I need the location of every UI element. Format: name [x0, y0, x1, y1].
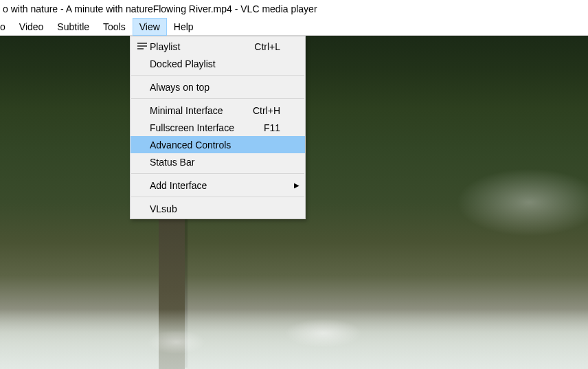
- menu-item-docked-playlist[interactable]: Docked Playlist: [131, 55, 305, 72]
- menu-tools[interactable]: Tools: [96, 18, 133, 36]
- menu-item-label: VLsub: [150, 203, 280, 214]
- menu-separator: [131, 98, 304, 99]
- menu-help[interactable]: Help: [167, 18, 201, 36]
- window-title: o with nature - A minute with natureFlow…: [0, 0, 588, 18]
- playlist-icon: [135, 43, 150, 50]
- menu-item-label: Playlist: [150, 41, 254, 52]
- menu-separator: [131, 173, 304, 174]
- menu-item-label: Always on top: [150, 82, 280, 93]
- menu-item-label: Docked Playlist: [150, 58, 280, 69]
- menu-view[interactable]: View: [133, 18, 167, 36]
- menu-item-label: Add Interface: [150, 180, 280, 191]
- menu-item-label: Fullscreen Interface: [150, 122, 264, 133]
- menu-item-add-interface[interactable]: Add Interface ▶: [131, 177, 305, 194]
- menu-separator: [131, 75, 304, 76]
- menu-video[interactable]: Video: [12, 18, 51, 36]
- menu-item-minimal-interface[interactable]: Minimal Interface Ctrl+H: [131, 102, 305, 119]
- menu-subtitle[interactable]: Subtitle: [50, 18, 96, 36]
- menu-item-shortcut: Ctrl+L: [254, 41, 293, 52]
- menu-item-status-bar[interactable]: Status Bar: [131, 153, 305, 170]
- menu-separator: [131, 197, 304, 197]
- menu-item-label: Status Bar: [150, 157, 280, 168]
- menu-item-fullscreen-interface[interactable]: Fullscreen Interface F11: [131, 119, 305, 136]
- menu-item-shortcut: Ctrl+H: [253, 105, 293, 116]
- menubar: o Video Subtitle Tools View Help: [0, 18, 588, 36]
- view-menu-dropdown: Playlist Ctrl+L Docked Playlist Always o…: [130, 36, 306, 219]
- submenu-arrow-icon: ▶: [293, 181, 299, 189]
- menu-item-shortcut: F11: [264, 122, 293, 133]
- menu-item-always-on-top[interactable]: Always on top: [131, 78, 305, 96]
- menu-item-label: Minimal Interface: [150, 105, 253, 116]
- menu-item-playlist[interactable]: Playlist Ctrl+L: [131, 38, 305, 55]
- menu-item-label: Advanced Controls: [150, 139, 280, 150]
- menu-o-truncated[interactable]: o: [0, 18, 12, 36]
- menu-item-vlsub[interactable]: VLsub: [131, 200, 305, 217]
- menu-item-advanced-controls[interactable]: Advanced Controls: [131, 136, 305, 153]
